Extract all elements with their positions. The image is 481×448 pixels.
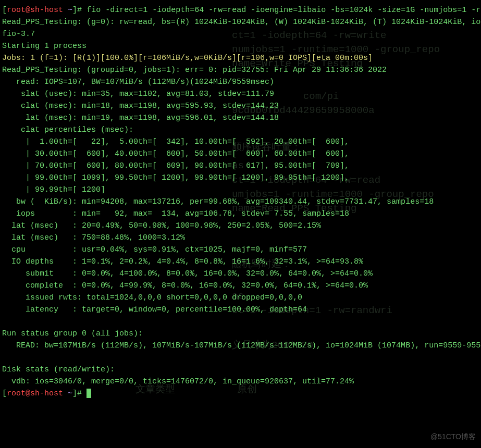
output-line: latency : target=0, window=0, percentile… [2, 305, 307, 314]
output-line: | 70.00th=[ 600], 80.00th=[ 609], 90.00t… [2, 161, 349, 170]
cursor [87, 389, 91, 398]
output-line: clat percentiles (msec): [2, 126, 133, 134]
prompt: [root@sh-host ~]# [2, 389, 82, 398]
prompt: [root@sh-host ~]# [2, 6, 82, 15]
output-line: complete : 0=0.0%, 4=99.9%, 8=0.0%, 16=0… [2, 281, 368, 290]
output-line: bw ( KiB/s): min=94208, max=137216, per=… [2, 197, 434, 206]
output-line: iops : min= 92, max= 134, avg=106.78, st… [2, 209, 349, 218]
output-line: lat (msec): min=19, max=1198, avg=596.01… [2, 114, 279, 122]
output-line: clat (msec): min=18, max=1198, avg=595.9… [2, 102, 279, 110]
output-line: | 99.99th=[ 1200] [2, 185, 105, 194]
command-text: fio -direct=1 -iodepth=64 -rw=read -ioen… [87, 6, 481, 15]
output-line: Run status group 0 (all jobs): [2, 329, 143, 338]
output-line: slat (usec): min=35, max=1102, avg=81.03… [2, 90, 274, 98]
output-line: | 30.00th=[ 600], 40.00th=[ 600], 50.00t… [2, 150, 349, 158]
output-line: Disk stats (read/write): [2, 365, 115, 374]
output-line: IO depths : 1=0.1%, 2=0.2%, 4=0.4%, 8=0.… [2, 257, 363, 266]
output-line: | 99.00th=[ 1099], 99.50th=[ 1200], 99.9… [2, 173, 349, 182]
output-line: read: IOPS=107, BW=107MiB/s (112MB/s)(10… [2, 78, 274, 86]
output-line: lat (msec) : 750=88.48%, 1000=3.12% [2, 233, 185, 242]
terminal-output[interactable]: [root@sh-host ~]# fio -direct=1 -iodepth… [0, 0, 481, 404]
output-line: Starting 1 process [2, 42, 87, 51]
output-line: fio-3.7 [2, 30, 35, 39]
output-line: Read_PPS_Testing: (g=0): rw=read, bs=(R)… [2, 18, 481, 27]
output-line: issued rwts: total=1024,0,0,0 short=0,0,… [2, 293, 302, 302]
output-line: lat (msec) : 20=0.49%, 50=0.98%, 100=0.9… [2, 221, 321, 230]
watermark: @51CTO博客 [430, 431, 476, 443]
output-line: Read_PPS_Testing: (groupid=0, jobs=1): e… [2, 66, 387, 74]
output-line: | 1.00th=[ 22], 5.00th=[ 342], 10.00th=[… [2, 138, 349, 146]
jobs-status-line: Jobs: 1 (f=1): [R(1)][100.0%][r=106MiB/s… [2, 54, 373, 63]
output-line: READ: bw=107MiB/s (112MB/s), 107MiB/s-10… [2, 341, 481, 350]
output-line: submit : 0=0.0%, 4=100.0%, 8=0.0%, 16=0.… [2, 269, 373, 278]
output-line: vdb: ios=3046/0, merge=0/0, ticks=147607… [2, 377, 354, 386]
output-line: cpu : usr=0.04%, sys=0.91%, ctx=1025, ma… [2, 245, 307, 254]
